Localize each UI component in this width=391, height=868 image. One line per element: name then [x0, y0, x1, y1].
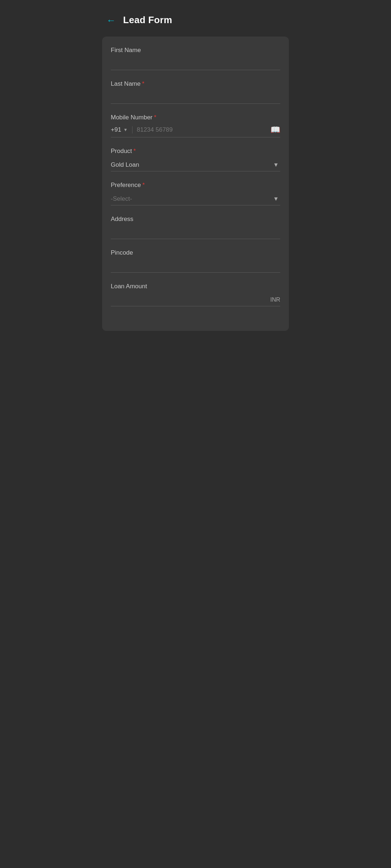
last-name-input[interactable] — [111, 91, 280, 104]
product-select[interactable]: Gold Loan Personal Loan Home Loan Car Lo… — [111, 158, 280, 171]
currency-label: INR — [267, 297, 280, 303]
loan-amount-label: Loan Amount — [111, 283, 280, 290]
loan-amount-input[interactable] — [111, 294, 267, 306]
product-select-wrapper: Gold Loan Personal Loan Home Loan Car Lo… — [111, 158, 280, 171]
mobile-number-field: Mobile Number * +91 ▼ 📖 — [111, 114, 280, 137]
preference-select[interactable]: -Select- Option 1 Option 2 Option 3 — [111, 192, 280, 205]
mobile-required: * — [154, 114, 156, 121]
first-name-field: First Name — [111, 47, 280, 70]
loan-amount-field: Loan Amount INR — [111, 283, 280, 306]
preference-field: Preference * -Select- Option 1 Option 2 … — [111, 182, 280, 205]
first-name-label: First Name — [111, 47, 280, 54]
first-name-input[interactable] — [111, 58, 280, 70]
page-title: Lead Form — [123, 14, 172, 26]
preference-label: Preference * — [111, 182, 280, 189]
back-button[interactable]: ← — [106, 16, 116, 25]
product-required: * — [134, 148, 136, 155]
address-label: Address — [111, 216, 280, 223]
preference-select-wrapper: -Select- Option 1 Option 2 Option 3 ▼ — [111, 192, 280, 205]
phone-number-input[interactable] — [137, 125, 268, 135]
pincode-input[interactable] — [111, 260, 280, 273]
address-field: Address — [111, 216, 280, 239]
country-code-dropdown-icon: ▼ — [123, 127, 128, 132]
product-label: Product * — [111, 148, 280, 155]
header: ← Lead Form — [98, 0, 293, 33]
last-name-label: Last Name * — [111, 80, 280, 88]
country-code-selector[interactable]: +91 ▼ — [111, 126, 133, 133]
contacts-icon[interactable]: 📖 — [268, 125, 280, 135]
country-code-value: +91 — [111, 126, 121, 133]
product-field: Product * Gold Loan Personal Loan Home L… — [111, 148, 280, 171]
loan-amount-row: INR — [111, 294, 280, 306]
lead-form: First Name Last Name * Mobile Number * +… — [102, 37, 289, 331]
mobile-number-label: Mobile Number * — [111, 114, 280, 121]
last-name-required: * — [142, 80, 144, 88]
pincode-label: Pincode — [111, 249, 280, 256]
last-name-field: Last Name * — [111, 80, 280, 104]
pincode-field: Pincode — [111, 249, 280, 273]
preference-required: * — [142, 182, 145, 189]
address-input[interactable] — [111, 226, 280, 239]
mobile-row: +91 ▼ 📖 — [111, 125, 280, 137]
